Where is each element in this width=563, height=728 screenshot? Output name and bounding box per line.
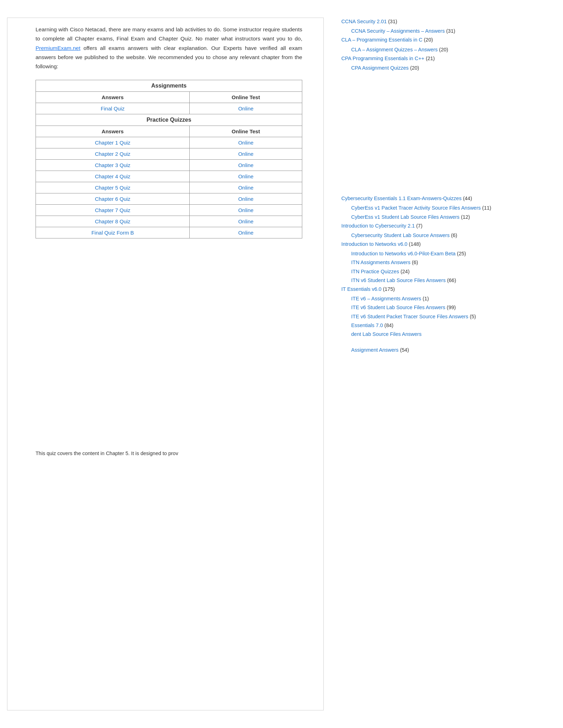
ite-count: (175) (383, 286, 395, 292)
cpa-sub-item: CPA Assignment Quizzes (20) (341, 64, 545, 72)
cyberess-packet-count: (11) (482, 205, 491, 211)
ite-student-lab-item: ITE v6 Student Lab Source Files Answers … (341, 304, 545, 312)
itn-practice-link[interactable]: ITN Practice Quizzes (351, 269, 399, 274)
sidebar-bottom-section: Cybersecurity Essentials 1.1 Exam-Answer… (341, 194, 545, 354)
ite-assignments-count: (1) (423, 296, 429, 301)
ite-link[interactable]: IT Essentials v6.0 (341, 286, 381, 292)
assignment-answers-count: (54) (400, 347, 409, 353)
ite-item: IT Essentials v6.0 (175) (341, 285, 545, 293)
chapter-1-quiz-link[interactable]: Chapter 1 Quiz (95, 140, 131, 146)
chapter-online-cell: Online (190, 159, 302, 171)
itn-link[interactable]: Introduction to Networks v6.0 (341, 241, 407, 247)
intro-paragraph: Learning with Cisco Netacad, there are m… (36, 25, 302, 71)
final-quiz-answer-cell: Final Quiz (36, 103, 190, 114)
essentials70-link[interactable]: Essentials 7.0 (351, 323, 383, 328)
cla-assignments-link[interactable]: CLA – Assignment Quizzes – Answers (351, 47, 438, 52)
cla-assignments-count: (20) (439, 47, 448, 52)
chapter-2-quiz-link[interactable]: Chapter 2 Quiz (95, 151, 131, 157)
table-row: Chapter 2 QuizOnline (36, 148, 302, 159)
table-row: Chapter 7 QuizOnline (36, 204, 302, 216)
cyber-student-lab-count: (6) (451, 232, 457, 238)
ite-assignments-link[interactable]: ITE v6 – Assignments Answers (351, 296, 421, 301)
cyberess-link[interactable]: Cybersecurity Essentials 1.1 Exam-Answer… (341, 196, 462, 201)
ite-assignments-item: ITE v6 – Assignments Answers (1) (341, 295, 545, 303)
intro-cyber-sub-item: Cybersecurity Student Lab Source Answers… (341, 231, 545, 240)
itn-assignments-item: ITN Assignments Answers (6) (341, 258, 545, 267)
assignment-answers-link[interactable]: Assignment Answers (351, 347, 399, 353)
cyber-student-lab-link[interactable]: Cybersecurity Student Lab Source Answers (351, 232, 450, 238)
cpa-link[interactable]: CPA Programming Essentials in C++ (341, 56, 424, 61)
itn-pilot-link[interactable]: Introduction to Networks v6.0-Pilot-Exam… (351, 251, 456, 256)
chapter-online-cell: Online (190, 216, 302, 227)
online-test-col-header: Online Test (190, 91, 302, 103)
chapter-2-online-link[interactable]: Online (238, 151, 253, 157)
student-lab-source-item: dent Lab Source Files Answers (341, 330, 545, 338)
chapter-7-quiz-link[interactable]: Chapter 7 Quiz (95, 207, 131, 213)
table-row: Chapter 8 QuizOnline (36, 216, 302, 227)
table-row: Chapter 1 QuizOnline (36, 137, 302, 148)
chapter-5-online-link[interactable]: Online (238, 185, 253, 191)
cyberess-packet-link[interactable]: CyberEss v1 Packet Tracer Activity Sourc… (351, 205, 481, 211)
chapter-1-online-link[interactable]: Online (238, 140, 253, 146)
itn-practice-item: ITN Practice Quizzes (24) (341, 268, 545, 276)
chapter-4-quiz-link[interactable]: Chapter 4 Quiz (95, 173, 131, 179)
cpa-quizzes-count: (20) (410, 65, 419, 71)
table-row: Chapter 6 QuizOnline (36, 193, 302, 204)
itn-student-lab-link[interactable]: ITN v6 Student Lab Source Files Answers (351, 277, 445, 283)
itn-practice-count: (24) (400, 269, 410, 274)
premiumexam-link[interactable]: PremiumExam.net (36, 45, 80, 51)
chapter-online-cell: Online (190, 171, 302, 182)
ccna-security-link[interactable]: CCNA Security 2.01 (341, 19, 387, 24)
chapter-online-cell: Online (190, 137, 302, 148)
student-lab-source-link[interactable]: dent Lab Source Files Answers (351, 331, 422, 337)
chapter-3-quiz-link[interactable]: Chapter 3 Quiz (95, 162, 131, 168)
chapter-8-quiz-link[interactable]: Chapter 8 Quiz (95, 218, 131, 224)
chapter-9-quiz-link[interactable]: Final Quiz Form B (91, 230, 134, 236)
itn-assignments-count: (6) (412, 260, 418, 265)
chapter-4-online-link[interactable]: Online (238, 173, 253, 179)
cla-sub-item: CLA – Assignment Quizzes – Answers (20) (341, 46, 545, 54)
sidebar-small-gap (341, 339, 545, 346)
itn-pilot-item: Introduction to Networks v6.0-Pilot-Exam… (341, 250, 545, 258)
ccna-security-assignments-link[interactable]: CCNA Security – Assignments – Answers (351, 28, 445, 34)
cpa-quizzes-link[interactable]: CPA Assignment Quizzes (351, 65, 409, 71)
table-row: Chapter 5 QuizOnline (36, 182, 302, 193)
itn-pilot-count: (25) (457, 251, 466, 256)
cla-link[interactable]: CLA – Programming Essentials in C (341, 37, 423, 43)
final-quiz-answer-link[interactable]: Final Quiz (101, 106, 125, 111)
chapter-online-cell: Online (190, 182, 302, 193)
chapter-8-online-link[interactable]: Online (238, 218, 253, 224)
final-quiz-online-cell: Online (190, 103, 302, 114)
chapter-5-quiz-link[interactable]: Chapter 5 Quiz (95, 185, 131, 191)
cla-count: (20) (424, 37, 433, 43)
assignments-section-header: Assignments (36, 80, 302, 91)
chapter-answer-cell: Chapter 1 Quiz (36, 137, 190, 148)
ccna-security-item: CCNA Security 2.01 (31) (341, 18, 545, 26)
cla-item: CLA – Programming Essentials in C (20) (341, 36, 545, 44)
cyberess-item: Cybersecurity Essentials 1.1 Exam-Answer… (341, 194, 545, 203)
footer-text: This quiz covers the content in Chapter … (36, 449, 302, 458)
assignment-answers-item: Assignment Answers (54) (341, 346, 545, 354)
ite-packet-tracer-link[interactable]: ITE v6 Student Packet Tracer Source File… (351, 314, 468, 319)
cyberess-student-link[interactable]: CyberEss v1 Student Lab Source Files Ans… (351, 214, 460, 220)
chapter-3-online-link[interactable]: Online (238, 162, 253, 168)
sidebar-gap (341, 75, 545, 194)
ite-student-lab-count: (99) (447, 305, 456, 310)
chapter-9-online-link[interactable]: Online (238, 230, 253, 236)
ite-student-lab-link[interactable]: ITE v6 Student Lab Source Files Answers (351, 305, 445, 310)
ccna-security-sub-item: CCNA Security – Assignments – Answers (3… (341, 27, 545, 35)
chapter-6-quiz-link[interactable]: Chapter 6 Quiz (95, 196, 131, 202)
cpa-item: CPA Programming Essentials in C++ (21) (341, 55, 545, 63)
ite-packet-tracer-item: ITE v6 Student Packet Tracer Source File… (341, 313, 545, 321)
chapter-7-online-link[interactable]: Online (238, 207, 253, 213)
itn-count: (148) (409, 241, 421, 247)
chapter-answer-cell: Chapter 3 Quiz (36, 159, 190, 171)
final-quiz-online-link[interactable]: Online (238, 106, 253, 111)
chapter-answer-cell: Chapter 6 Quiz (36, 193, 190, 204)
intro-cyber-link[interactable]: Introduction to Cybersecurity 2.1 (341, 223, 415, 229)
essentials70-item: Essentials 7.0 (84) (341, 321, 545, 330)
chapter-6-online-link[interactable]: Online (238, 196, 253, 202)
cyberess-count: (44) (463, 196, 472, 201)
ccna-security-assignments-count: (31) (446, 28, 455, 34)
itn-assignments-link[interactable]: ITN Assignments Answers (351, 260, 410, 265)
